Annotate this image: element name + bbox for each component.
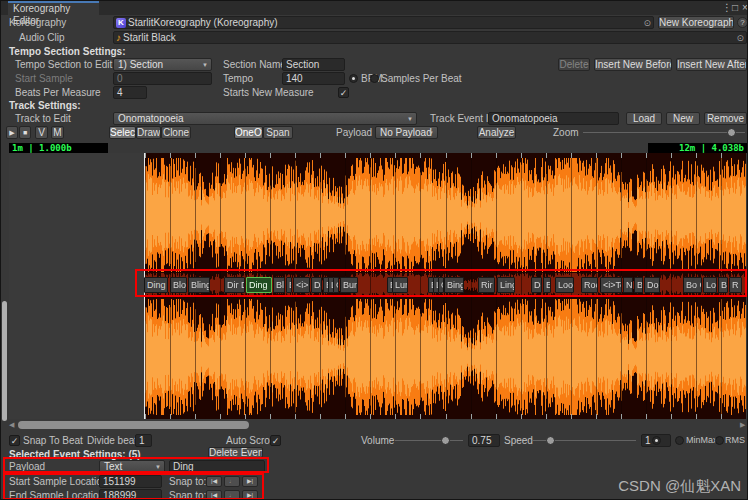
koreography-object-field[interactable]: K StarlitKoreography (Koreography) ⊙ xyxy=(113,16,654,29)
event-box[interactable]: Bo C xyxy=(683,277,702,293)
event-box[interactable]: R E xyxy=(729,277,742,293)
clone-mode-button[interactable]: Clone xyxy=(161,126,191,139)
play-button[interactable]: ▶ xyxy=(6,126,18,139)
audio-clip-object-field[interactable]: ♪ Starlit Black ⊙ xyxy=(113,31,747,44)
event-box[interactable]: Bli xyxy=(273,277,285,293)
payload-type-dropdown[interactable]: Text ▼ xyxy=(99,460,165,473)
new-koreography-button[interactable]: New Koreography xyxy=(658,16,734,29)
event-box[interactable]: Rir / xyxy=(478,277,495,293)
auto-scroll-checkbox[interactable]: ✓ xyxy=(270,435,281,446)
object-picker-icon[interactable]: ⊙ xyxy=(736,32,744,44)
snap-start-note-button[interactable]: ♩ xyxy=(224,476,240,487)
tempo-section-dropdown[interactable]: 1) Section ▼ xyxy=(113,58,212,71)
object-picker-icon[interactable]: ⊙ xyxy=(643,17,651,29)
event-box[interactable]: Bun xyxy=(340,277,358,293)
bpm-radio[interactable] xyxy=(349,74,358,83)
new-button[interactable]: New xyxy=(666,112,700,125)
event-box[interactable]: Roo xyxy=(581,277,598,293)
koreography-label: Koreography xyxy=(9,16,66,29)
event-box[interactable]: E xyxy=(286,277,292,293)
analyze-button[interactable]: Analyze xyxy=(477,126,516,139)
horizontal-scrollbar-thumb[interactable] xyxy=(18,421,249,429)
payload-type-dropdown-toolbar[interactable]: No Payload ▼ xyxy=(375,126,438,139)
snap-end-next-beat-button[interactable]: ▶| xyxy=(242,490,258,500)
scroll-right-arrow[interactable]: ▶ xyxy=(740,420,745,430)
speed-label: Speed xyxy=(504,434,533,447)
starts-new-measure-checkbox[interactable]: ✓ xyxy=(338,87,349,98)
event-box[interactable]: Doo xyxy=(644,277,660,293)
speed-slider[interactable] xyxy=(532,434,636,447)
event-box[interactable]: Ne xyxy=(623,277,633,293)
delete-event-button[interactable]: Delete Event xyxy=(208,447,263,458)
event-box-selected[interactable]: Ding xyxy=(246,277,272,293)
event-box[interactable]: Ba xyxy=(718,277,728,293)
samples-per-beat-radio[interactable] xyxy=(370,74,379,83)
oneoff-button[interactable]: OneOff xyxy=(234,126,263,139)
track-settings-title: Track Settings: xyxy=(9,99,81,112)
event-box[interactable]: Bing xyxy=(444,277,464,293)
minmax-radio[interactable] xyxy=(675,436,684,445)
zoom-slider[interactable] xyxy=(583,126,745,139)
tempo-section-settings-title: Tempo Section Settings: xyxy=(9,45,126,58)
remove-button[interactable]: Remove xyxy=(704,112,747,125)
event-box[interactable]: C xyxy=(333,277,339,293)
payload-text-input[interactable]: Ding xyxy=(169,460,265,473)
scroll-left-arrow[interactable]: ◀ xyxy=(9,420,14,430)
event-box[interactable]: Ling xyxy=(497,277,515,293)
event-box[interactable]: Dc xyxy=(531,277,542,293)
span-button[interactable]: Span xyxy=(263,126,293,139)
help-button[interactable]: ? xyxy=(737,17,748,28)
beats-per-measure-input[interactable]: 4 xyxy=(113,86,147,99)
insert-new-before-button[interactable]: Insert New Before xyxy=(594,58,672,71)
rms-radio-label: RMS xyxy=(725,434,745,447)
snap-to-beat-checkbox[interactable]: ✓ xyxy=(9,435,20,446)
tab-koreography-editor[interactable]: Koreography Editor xyxy=(8,1,99,15)
event-box[interactable]: Loo xyxy=(703,277,717,293)
volume-slider-track xyxy=(395,440,463,441)
chevron-down-icon: ▼ xyxy=(202,59,208,71)
section-name-input[interactable]: Section xyxy=(282,58,345,71)
both-radio[interactable] xyxy=(652,436,661,445)
chevron-down-icon: ▼ xyxy=(155,461,161,473)
event-box[interactable]: Loo xyxy=(555,277,574,293)
event-box[interactable]: Blon xyxy=(170,277,187,293)
snap-end-prev-beat-button[interactable]: |◀ xyxy=(206,490,222,500)
event-box[interactable]: B xyxy=(543,277,551,293)
divide-beat-input[interactable]: 1 xyxy=(135,434,152,447)
tempo-input[interactable]: 140 xyxy=(282,72,345,85)
maximize-icon[interactable]: □ xyxy=(732,2,738,14)
start-sample-location-input[interactable]: 151199 xyxy=(99,475,162,488)
draw-mode-button[interactable]: Draw xyxy=(136,126,161,139)
window-menu-icon[interactable]: ⋮ xyxy=(722,2,732,14)
select-mode-button[interactable]: Select xyxy=(109,126,136,139)
volume-slider-thumb[interactable] xyxy=(441,436,450,445)
event-box[interactable]: Ba xyxy=(634,277,643,293)
snap-start-prev-beat-button[interactable]: |◀ xyxy=(206,476,222,487)
event-box[interactable]: Bling xyxy=(188,277,210,293)
track-to-edit-dropdown[interactable]: Onomatopoeia ▼ xyxy=(113,112,417,125)
event-box[interactable]: <i>E xyxy=(293,277,310,293)
event-box[interactable]: <i>Too xyxy=(600,277,622,293)
stop-button[interactable]: ■ xyxy=(19,126,31,139)
zoom-slider-thumb[interactable] xyxy=(727,128,736,137)
volume-slider[interactable] xyxy=(395,434,463,447)
insert-new-after-button[interactable]: Insert New After xyxy=(676,58,747,71)
event-box[interactable]: Da xyxy=(311,277,322,293)
end-sample-location-input[interactable]: 188999 xyxy=(99,489,162,500)
load-button[interactable]: Load xyxy=(626,112,662,125)
solo-button[interactable]: V xyxy=(35,126,48,139)
event-box[interactable]: Lur xyxy=(392,277,408,293)
vertical-scrollbar-thumb[interactable] xyxy=(2,301,7,421)
snap-end-note-button[interactable]: ♩ xyxy=(224,490,240,500)
speed-slider-thumb[interactable] xyxy=(546,436,555,445)
volume-value-input[interactable]: 0.75 xyxy=(468,434,500,447)
event-box[interactable]: Dir Do xyxy=(224,277,245,293)
start-sample-location-label: Start Sample Location xyxy=(9,475,107,488)
snap-start-next-beat-button[interactable]: ▶| xyxy=(242,476,258,487)
track-event-id-input[interactable]: Onomatopoeia xyxy=(488,112,619,125)
track-event-id-label: Track Event ID xyxy=(430,112,496,125)
rms-radio[interactable] xyxy=(715,436,724,445)
close-icon[interactable]: × xyxy=(742,2,748,14)
mute-button[interactable]: M xyxy=(51,126,64,139)
event-box[interactable]: Ding xyxy=(144,277,168,293)
